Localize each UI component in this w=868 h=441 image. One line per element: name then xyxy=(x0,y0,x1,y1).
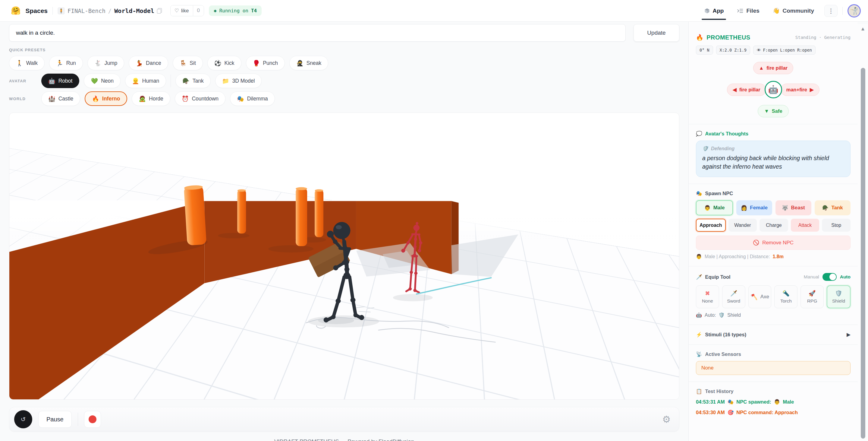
stimuli-title: Stimuli (16 types) xyxy=(705,332,747,337)
preset-kick[interactable]: ⚽Kick xyxy=(207,56,241,70)
preset-sneak[interactable]: 🥷Sneak xyxy=(289,56,328,70)
world-row-label: WORLD xyxy=(9,96,37,101)
avatar-3d-model[interactable]: 📁3D Model xyxy=(215,74,262,88)
castle-icon: 🏰 xyxy=(48,95,56,102)
like-count[interactable]: 0 xyxy=(193,5,204,16)
preset-jump[interactable]: 🐇Jump xyxy=(87,56,124,70)
history-time: 04:53:31 AM xyxy=(696,399,725,405)
left-arrow-icon: ◀ xyxy=(733,87,737,93)
npc-command-wander[interactable]: Wander xyxy=(728,219,757,232)
history-text: NPC command: Approach xyxy=(736,410,798,415)
avatar-robot[interactable]: 🤖Robot xyxy=(41,74,79,88)
avatar-name: PROMETHEUS xyxy=(707,34,750,41)
test-history-title: Test History xyxy=(705,388,734,394)
world-castle[interactable]: 🏰Castle xyxy=(41,91,80,106)
tool-rpg[interactable]: 🚀 RPG xyxy=(801,285,824,308)
dagger-icon: 🗡️ xyxy=(696,274,702,280)
tab-community[interactable]: 👋 Community xyxy=(773,7,814,14)
fire-pillar xyxy=(184,185,207,245)
world-dilemma[interactable]: 🎭Dilemma xyxy=(230,91,275,106)
thoughts-title: Avatar's Thoughts xyxy=(705,131,749,137)
npc-command-stop[interactable]: Stop xyxy=(822,219,850,232)
avatar-neon[interactable]: 💚Neon xyxy=(84,74,121,88)
equip-auto-toggle[interactable] xyxy=(823,273,837,281)
npc-command-charge[interactable]: Charge xyxy=(760,219,788,232)
more-options-button[interactable]: ⋮ xyxy=(824,5,838,17)
right-arrow-icon: ▶ xyxy=(810,87,814,93)
tool-label: RPG xyxy=(807,298,817,304)
prompt-input[interactable] xyxy=(9,24,626,41)
kebab-icon: ⋮ xyxy=(828,7,834,14)
tool-shield[interactable]: 🛡️ Shield xyxy=(827,285,850,308)
avatar-human[interactable]: 👱Human xyxy=(125,74,166,88)
world-inferno[interactable]: 🔥Inferno xyxy=(85,91,127,106)
tab-files[interactable]: Files xyxy=(737,7,759,14)
copy-icon[interactable] xyxy=(157,8,162,13)
remove-npc-button[interactable]: 🚫 Remove NPC xyxy=(696,236,850,250)
spaces-brand[interactable]: Spaces xyxy=(25,7,48,14)
fire-pillar xyxy=(315,189,323,237)
threat-compass: ▲ fire pillar ◀ fire pillar 🤖 man+fire ▶… xyxy=(696,62,850,117)
vision-chip: 👁 F:open L:open R:open xyxy=(753,46,815,55)
avatar-status: Standing · Generating xyxy=(795,35,850,40)
npc-command-attack[interactable]: Attack xyxy=(791,219,819,232)
folder-icon: 📁 xyxy=(222,78,229,85)
npc-distance-value: 1.8m xyxy=(772,254,783,259)
reset-button[interactable]: ↺ xyxy=(14,410,32,428)
runtime-badge[interactable]: ✱ Running on T4 xyxy=(209,5,261,16)
npc-command-row: Approach Wander Charge Attack Stop xyxy=(696,219,850,232)
npc-type-male[interactable]: 👨 Male xyxy=(696,200,733,215)
tab-app[interactable]: App xyxy=(704,7,724,14)
tool-none[interactable]: ✖ None xyxy=(696,285,719,308)
tool-axe[interactable]: 🪓 Axe xyxy=(748,285,772,308)
user-avatar[interactable]: 🤺 xyxy=(847,4,861,18)
breadcrumb-space-name[interactable]: World-Model xyxy=(114,7,154,14)
preset-sit[interactable]: 🪑Sit xyxy=(173,56,203,70)
npc-type-label: Female xyxy=(750,205,768,211)
npc-command-approach[interactable]: Approach xyxy=(696,219,726,232)
simulation-viewport[interactable] xyxy=(9,113,679,400)
settings-button[interactable]: ⚙ xyxy=(662,414,671,425)
spawn-npc-title: Spawn NPC xyxy=(705,190,733,196)
preset-run[interactable]: 🏃Run xyxy=(49,56,83,70)
manual-label: Manual xyxy=(804,274,819,280)
npc-type-beast[interactable]: 🐺 Beast xyxy=(775,200,811,215)
world-label: Horde xyxy=(149,96,163,102)
expand-stimuli-button[interactable]: ▶ xyxy=(846,331,850,338)
update-button[interactable]: Update xyxy=(633,24,679,41)
position-chip: X:2.0 Z:1.9 xyxy=(716,46,750,55)
avatar-tank[interactable]: 🪖Tank xyxy=(176,74,211,88)
masks-icon: 🎭 xyxy=(696,190,702,196)
prompt-row: Update xyxy=(9,24,679,41)
npc-type-tank[interactable]: 🪖 Tank xyxy=(815,200,850,215)
alarm-clock-icon: ⏰ xyxy=(182,95,189,102)
tool-torch[interactable]: 🔦 Torch xyxy=(774,285,798,308)
heading-chip: 0° N xyxy=(696,46,713,55)
threat-north: ▲ fire pillar xyxy=(753,62,793,74)
section-divider xyxy=(689,184,858,184)
record-button[interactable] xyxy=(84,411,101,428)
tool-sword[interactable]: 🗡️ Sword xyxy=(722,285,745,308)
preset-label: Sit xyxy=(190,60,195,66)
shield-icon: 🛡️ xyxy=(835,290,842,297)
world-horde[interactable]: 🧟Horde xyxy=(132,91,170,106)
scrollbar-thumb[interactable] xyxy=(861,68,865,439)
pause-button[interactable]: Pause xyxy=(38,411,72,428)
world-countdown[interactable]: ⏰Countdown xyxy=(175,91,225,106)
panel-header: 🔥 PROMETHEUS Standing · Generating xyxy=(696,34,850,41)
scroll-up-arrow[interactable]: ▲ xyxy=(858,26,868,32)
like-button-group: ♡ like 0 xyxy=(170,5,204,16)
stimuli-header[interactable]: ⚡ Stimuli (16 types) ▶ xyxy=(696,331,850,338)
npc-type-female[interactable]: 👩 Female xyxy=(736,200,772,215)
preset-walk[interactable]: 🚶Walk xyxy=(9,56,44,70)
page-scrollbar[interactable]: ▲ xyxy=(858,24,868,441)
man-icon: 👨 xyxy=(696,254,702,259)
preset-label: Kick xyxy=(224,60,235,66)
section-divider xyxy=(689,382,858,382)
jump-icon: 🐇 xyxy=(94,60,101,67)
preset-punch[interactable]: 🥊Punch xyxy=(246,56,285,70)
like-button[interactable]: ♡ like xyxy=(170,5,193,16)
breadcrumb-owner[interactable]: FINAL-Bench xyxy=(67,7,105,14)
preset-dance[interactable]: 💃Dance xyxy=(129,56,168,70)
pillar-shadow xyxy=(218,233,249,238)
